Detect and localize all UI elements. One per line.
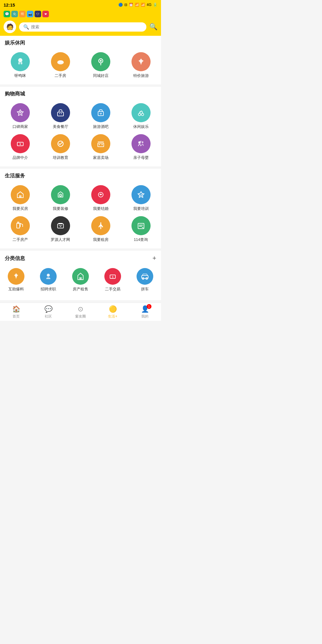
app3-icon[interactable]: 明 [19,11,26,17]
zhuangxiu-label: 我要装修 [53,206,68,211]
svg-point-30 [17,222,19,224]
list-item[interactable]: 二手房 [40,50,80,81]
list-item[interactable]: 我要结婚 [80,183,121,214]
peixun-icon [51,134,70,153]
svg-point-28 [100,194,101,195]
nav-window[interactable]: ⊙ 窗友圈 [64,303,97,321]
list-item[interactable]: 互助爆料 [0,266,32,294]
list-item[interactable]: 休闲娱乐 [121,101,161,132]
app5-icon[interactable]: 🛡 [35,11,41,17]
status-time: 12:15 [4,2,15,7]
list-item[interactable]: 我要买房 [0,183,40,214]
pinche-label: 拼车 [141,287,149,292]
section-shopping-title: 购物商城 [5,90,25,97]
tejia-icon [131,52,151,71]
ershoufang-label: 二手房 [55,73,66,78]
svg-point-0 [18,58,22,62]
meishi-label: 美食餐厅 [53,124,68,129]
shopping-grid: 口碑商家 美食餐厅 旅游酒吧 休闲娱乐 [0,98,161,166]
nav-mine-label: 我的 [141,314,148,319]
svg-point-13 [101,113,102,114]
avatar[interactable]: 🧑 [4,21,16,33]
ershoujy-label: 二手交易 [105,287,120,292]
fangchan-label: 房产租售 [73,287,88,292]
list-item[interactable]: $ 二手交易 [97,266,129,294]
svg-point-23 [142,141,143,143]
section-classifieds: 分类信息 + 互助爆料 招聘求职 房产租售 [0,251,161,300]
list-item[interactable]: 亲子母婴 [121,132,161,163]
svg-rect-35 [79,277,82,280]
section-classifieds-title: 分类信息 [5,255,25,262]
section-life: 生活服务 我要买房 % 我要装修 我要结婚 [0,169,161,248]
status-icons: 🔵 ⊟ ⏰ 📶 📶 4G 🔋 [118,3,157,7]
section-entertainment: 娱乐休闲 呀鸣咪 二手房 同城好店 [0,36,161,84]
list-item[interactable]: 拼车 [129,266,161,294]
app4-icon[interactable]: 📷 [27,11,33,17]
svg-point-2 [21,62,22,64]
list-item[interactable]: 我要租房 [80,214,121,245]
search-bar[interactable]: 🔍 [19,22,146,32]
list-item[interactable]: 呀鸣咪 [0,50,40,81]
section-shopping: 购物商城 口碑商家 美食餐厅 旅游酒吧 [0,87,161,166]
lvyou-icon [91,103,110,122]
wifi-icon: 📶 [135,3,139,7]
bottom-nav: 🏠 首页 💬 社区 ⊙ 窗友圈 🟡 生活+ 👤 1 我的 [0,303,161,321]
classifieds-plus-button[interactable]: + [152,254,156,262]
wechat-icon[interactable]: 💬 [4,11,10,17]
list-item[interactable]: 家居卖场 [80,132,121,163]
svg-rect-11 [98,112,103,116]
pinpai-label: 品牌中介 [13,155,28,160]
ershoufangchan-icon [11,216,30,235]
list-item[interactable]: 同城好店 [80,50,121,81]
ershoujy-icon: $ [104,268,121,285]
yamingmi-label: 呀鸣咪 [14,73,26,78]
list-item[interactable]: 我要培训 [121,183,161,214]
nav-community[interactable]: 💬 社区 [32,303,64,321]
svg-point-12 [100,113,100,114]
list-item[interactable]: ¥ 品牌中介 [0,132,40,163]
tongcheng-label: 同城好店 [93,73,109,78]
list-item[interactable]: 特价旅游 [121,50,161,81]
peixun2-icon [131,185,151,204]
list-item[interactable]: 旅游酒吧 [80,101,121,132]
nav-mine[interactable]: 👤 1 我的 [129,303,161,321]
zufang-icon [91,216,110,235]
list-item[interactable]: 口碑商家 [0,101,40,132]
nav-life[interactable]: 🟡 生活+ [97,303,129,321]
chaxun-label: 114查询 [134,237,148,242]
jiehun-icon [91,185,110,204]
list-item[interactable]: 114查询 [121,214,161,245]
list-item[interactable]: % 我要装修 [40,183,80,214]
nav-community-label: 社区 [45,314,52,319]
app2-icon[interactable]: 化 [11,11,18,17]
maifang-icon [11,185,30,204]
pinche-icon [137,268,153,285]
search-button[interactable]: 🔍 [149,23,157,31]
ershoufang-icon [51,52,70,71]
zufang-label: 我要租房 [93,237,109,242]
search-input[interactable] [31,24,142,29]
list-item[interactable]: 二手房产 [0,214,40,245]
mine-badge: 1 [147,304,151,309]
qinzi-label: 亲子母婴 [133,155,149,160]
svg-point-9 [59,113,60,114]
list-item[interactable]: 房产租售 [64,266,97,294]
header: 🧑 🔍 🔍 [0,18,161,36]
list-item[interactable]: 美食餐厅 [40,101,80,132]
luoyuan-label: 罗源人才网 [51,237,70,242]
status-bar: 12:15 🔵 ⊟ ⏰ 📶 📶 4G 🔋 [0,0,161,10]
main-content: 娱乐休闲 呀鸣咪 二手房 同城好店 [0,36,161,300]
nav-home[interactable]: 🏠 首页 [0,303,32,321]
list-item[interactable]: 罗源人才网 [40,214,80,245]
battery-icon: 🔋 [153,3,157,7]
list-item[interactable]: 培训教育 [40,132,80,163]
app6-icon[interactable]: ❤ [42,11,49,17]
zhuangxiu-icon: % [51,185,70,204]
svg-rect-20 [99,144,100,145]
classifieds-grid: 互助爆料 招聘求职 房产租售 $ 二手交易 [0,263,161,298]
nav-life-label: 生活+ [108,314,117,319]
svg-point-15 [141,113,144,116]
maifang-label: 我要买房 [13,206,28,211]
list-item[interactable]: 招聘求职 [32,266,64,294]
signal-icon: 📶 [141,3,145,7]
